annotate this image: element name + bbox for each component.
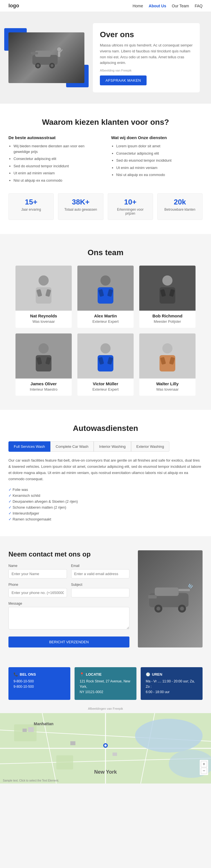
- svg-line-43: [190, 586, 193, 588]
- info-box-location-title: 📍 LOCATIE: [80, 672, 131, 677]
- map-zoom-out[interactable]: −: [201, 768, 207, 774]
- team-title: Ons team: [8, 248, 203, 257]
- contact-form: Neem contact met ons op Name Email Phone…: [8, 550, 130, 648]
- stat-experience-label: Jaar ervaring: [13, 208, 49, 212]
- list-item: Consectetur adipiscing elit: [13, 156, 100, 162]
- svg-rect-40: [148, 595, 157, 598]
- phone-icon: 📞: [13, 672, 18, 677]
- svg-rect-58: [70, 741, 75, 745]
- hero-cta-button[interactable]: AFSPRAAK MAKEN: [100, 75, 147, 85]
- team-member-name: James Oliver: [15, 381, 72, 386]
- list-item: Sed do eiusmod tempor incididunt: [116, 158, 203, 163]
- svg-rect-55: [56, 755, 73, 769]
- tab-complete-car[interactable]: Complete Car Wash: [50, 441, 94, 452]
- form-group-subject: Subject: [71, 583, 130, 597]
- svg-point-4: [37, 64, 39, 67]
- info-box-hours-title: 🕐 UREN: [146, 672, 198, 677]
- info-box-phone-text: 9-800-10-500 9-800-10-500: [13, 679, 65, 689]
- team-photo-victor: [77, 334, 134, 378]
- svg-rect-41: [179, 589, 190, 591]
- list-item: Ramen schoongemaakt: [8, 516, 203, 522]
- team-member-role: Was tovenaar: [139, 387, 196, 392]
- why-grid: De beste autowasstraat Wij bieden meerde…: [8, 135, 203, 185]
- team-photo-alex: [77, 266, 134, 311]
- team-member-name: Bob Richmond: [139, 313, 196, 318]
- list-item: Wij bieden meerdere diensten aan voor ee…: [13, 143, 100, 154]
- map-zoom-in[interactable]: +: [201, 761, 207, 767]
- contact-image: [138, 550, 203, 648]
- svg-point-22: [39, 343, 49, 353]
- tab-interior[interactable]: Interior Washing: [94, 441, 131, 452]
- hero-content-box: Over ons Massa ultrices mi quis hendreri…: [93, 23, 200, 92]
- list-item: Nisi ut aliquip ex ea commodo: [13, 178, 100, 183]
- nav-about[interactable]: About Us: [149, 4, 166, 8]
- svg-rect-56: [23, 728, 27, 732]
- team-member-role: Exterieur Expert: [77, 387, 134, 392]
- list-item: Lorem ipsum dolor sit amet: [116, 143, 203, 149]
- svg-point-14: [100, 275, 111, 286]
- stat-awards-label: Erkenningen voor prijzen: [112, 208, 148, 215]
- form-row-name-email: Name Email: [8, 564, 130, 579]
- list-item: Sed do eiusmod tempor incididunt: [13, 163, 100, 169]
- map-section: New York Manhattan + − Sample text. Clic…: [0, 713, 211, 783]
- svg-point-52: [135, 719, 203, 752]
- team-photo-bob: [139, 266, 196, 311]
- tab-full-services[interactable]: Full Services Wash: [8, 441, 50, 452]
- email-input[interactable]: [71, 569, 130, 579]
- nav-faq[interactable]: FAQ: [195, 4, 203, 8]
- submit-button[interactable]: BERICHT VERZENDEN: [8, 637, 130, 648]
- list-item: Keramisch schild: [8, 493, 203, 498]
- tab-exterior[interactable]: Exterior Washing: [131, 441, 170, 452]
- phone-input[interactable]: [8, 588, 67, 597]
- hero-section: Over ons Massa ultrices mi quis hendreri…: [0, 12, 211, 104]
- stat-clients-number: 20k: [162, 198, 198, 207]
- team-member-role: Interieur Maestro: [15, 387, 72, 392]
- stat-awards: 10+ Erkenningen voor prijzen: [108, 193, 153, 220]
- form-row-phone-subject: Phone Subject: [8, 583, 130, 597]
- location-icon: 📍: [80, 672, 84, 677]
- nav-links: Home About Us Our Team FAQ: [133, 4, 203, 8]
- form-group-email: Email: [71, 564, 130, 579]
- svg-point-30: [162, 343, 172, 353]
- info-box-hours: 🕐 UREN Ma - Vr .... 11:00 - 20:00 uur; Z…: [141, 667, 203, 700]
- stat-washed-label: Totaal auto gewassen: [63, 208, 99, 212]
- map-city-label: New York: [94, 769, 117, 775]
- team-card-victor: Victor Müller Exterieur Expert: [77, 334, 134, 396]
- subject-input[interactable]: [71, 588, 130, 597]
- team-photo-nat: [15, 266, 72, 311]
- form-group-name: Name: [8, 564, 67, 579]
- team-photo-james: [15, 334, 72, 378]
- list-item: Schone rubberen matten (2 rijen): [8, 504, 203, 510]
- list-item: Nisi ut aliquip ex ea commodo: [116, 172, 203, 178]
- list-item: Ut enim ad minim veniam: [116, 165, 203, 171]
- info-boxes: 📞 BEL ONS 9-800-10-500 9-800-10-500 📍 LO…: [0, 661, 211, 706]
- services-list: Folie was Keramisch schild Deurpanelen a…: [8, 487, 203, 522]
- map-watermark: Sample text. Click to select the Text El…: [3, 779, 59, 782]
- svg-point-7: [57, 47, 61, 51]
- services-section: Autowasdiensten Full Services Wash Compl…: [0, 410, 211, 536]
- hero-image-wrapper: [8, 32, 84, 83]
- map-zoom-controls: + −: [200, 760, 208, 775]
- name-label: Name: [8, 564, 67, 568]
- why-col2-title: Wat wij doen Onze diensten: [111, 135, 203, 140]
- team-member-role: Exterieur Expert: [77, 319, 134, 323]
- message-textarea[interactable]: [8, 607, 130, 629]
- hero-image-inner: [8, 32, 84, 83]
- why-col-2: Wat wij doen Onze diensten Lorem ipsum d…: [111, 135, 203, 185]
- team-member-role: Was tovenaar: [15, 319, 72, 323]
- info-box-location: 📍 LOCATIE 121 Rock Street, 27 Avenue, Ne…: [75, 667, 136, 700]
- svg-point-18: [162, 275, 172, 286]
- nav-home[interactable]: Home: [133, 4, 143, 8]
- stat-washed-number: 38K+: [63, 198, 99, 207]
- why-col1-list: Wij bieden meerdere diensten aan voor ee…: [8, 143, 100, 183]
- info-box-hours-text: Ma - Vr .... 11:00 - 20:00 uur; Za, Zo :…: [146, 679, 198, 695]
- svg-point-38: [156, 607, 161, 611]
- nav-team[interactable]: Our Team: [172, 4, 189, 8]
- contact-title: Neem contact met ons op: [8, 550, 130, 558]
- nav-logo: logo: [8, 3, 19, 9]
- name-input[interactable]: [8, 569, 67, 579]
- services-tabs: Full Services Wash Complete Car Wash Int…: [8, 441, 203, 452]
- team-member-role: Meester Polijster: [139, 319, 196, 323]
- team-member-name: Alex Martin: [77, 313, 134, 318]
- team-photo-walter: [139, 334, 196, 378]
